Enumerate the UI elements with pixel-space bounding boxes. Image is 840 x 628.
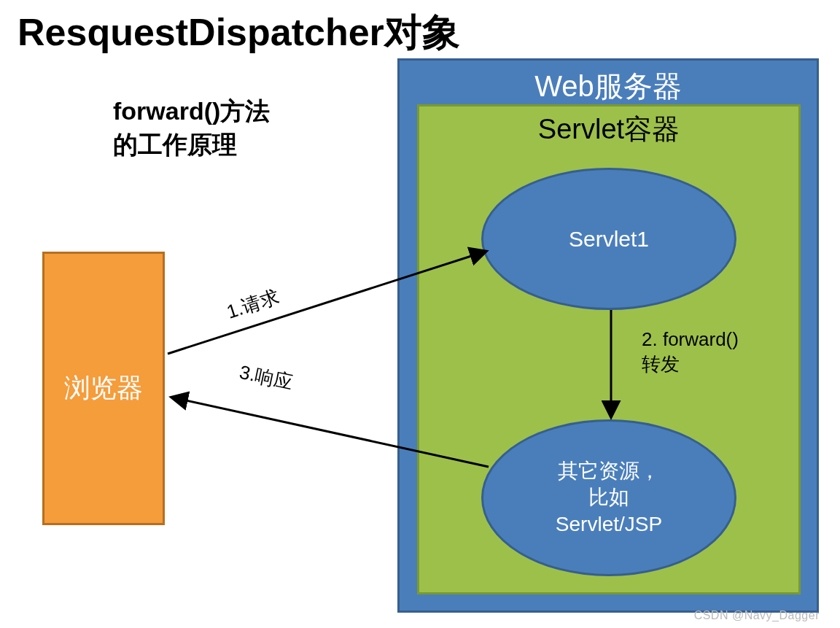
servlet1-ellipse: Servlet1 [481,168,736,310]
label-forward-line2: 转发 [642,353,680,375]
servlet-container-label: Servlet容器 [419,111,798,148]
other-resource-line3: Servlet/JSP [556,513,662,535]
other-resource-ellipse: 其它资源， 比如 Servlet/JSP [481,419,736,576]
other-resource-text: 其它资源， 比如 Servlet/JSP [556,458,662,538]
subtitle-line2: 的工作原理 [113,131,237,158]
label-forward: 2. forward() 转发 [642,327,739,377]
other-resource-line1: 其它资源， [558,460,660,482]
label-forward-line1: 2. forward() [642,328,739,350]
other-resource-line2: 比如 [588,486,629,508]
subtitle: forward()方法 的工作原理 [113,95,270,162]
servlet1-label: Servlet1 [569,225,649,253]
browser-label: 浏览器 [64,371,143,406]
label-response: 3.响应 [237,360,295,396]
web-server-label: Web服务器 [400,66,817,106]
watermark: CSDN @Navy_Dagger [694,609,820,622]
page-title: ResquestDispatcher对象 [18,7,460,58]
browser-box: 浏览器 [42,252,165,525]
label-request: 1.请求 [223,284,282,325]
subtitle-line1: forward()方法 [113,97,270,125]
